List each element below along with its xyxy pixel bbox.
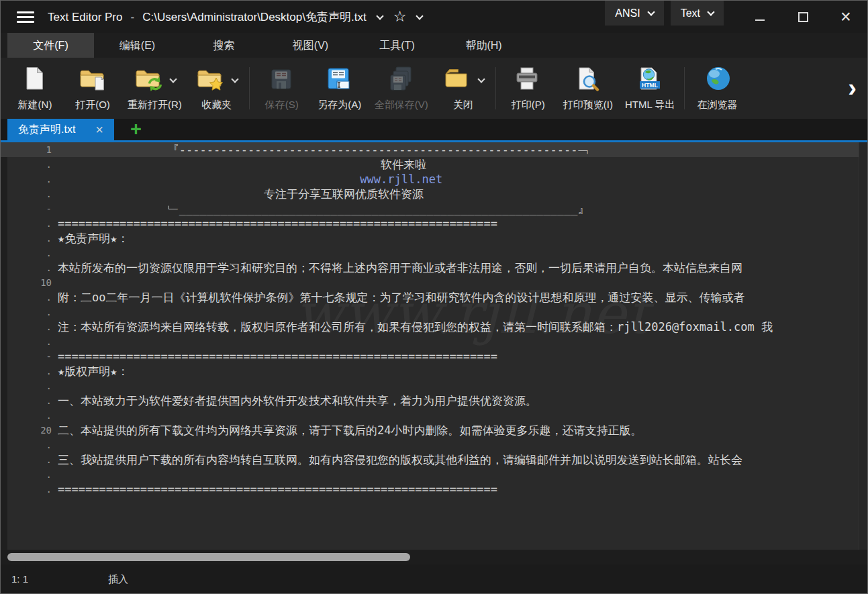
- chevron-down-icon: [647, 8, 655, 15]
- maximize-button[interactable]: [781, 1, 824, 33]
- toolbar: 新建(N)打开(O)重新打开(R)收藏夹保存(S)另存为(A)全部保存(V)关闭…: [1, 58, 867, 119]
- line-number: 1: [1, 142, 52, 157]
- editor-line[interactable]: . www.rjll.net: [1, 172, 867, 187]
- close-button[interactable]: ×: [824, 1, 867, 33]
- line-number: .: [1, 172, 52, 187]
- toolbar-button-label: 全部保存(V): [375, 99, 428, 111]
- maximize-icon: [798, 12, 808, 22]
- toolbar-separator: [495, 67, 496, 109]
- line-number: .: [1, 260, 52, 275]
- filetype-dropdown[interactable]: Text: [671, 1, 724, 26]
- horizontal-scrollbar-thumb[interactable]: [7, 553, 410, 561]
- line-number: .: [1, 364, 52, 379]
- editor-line[interactable]: .: [1, 379, 867, 393]
- menu-tab-help[interactable]: 帮助(H): [440, 33, 527, 58]
- line-number: .: [1, 408, 52, 423]
- editor-line[interactable]: 1 『-------------------------------------…: [1, 142, 867, 157]
- chevron-down-icon[interactable]: [376, 12, 383, 19]
- editor-line[interactable]: .三、我站提供用户下载的所有内容均转自互联网。如有内容侵犯您的版权或其他利益的，…: [1, 452, 867, 467]
- menu-tab-edit[interactable]: 编辑(E): [94, 33, 181, 58]
- editor-line[interactable]: .注：本站所有资源均来自网络转载，版权归原作者和公司所有，如果有侵犯到您的权益，…: [1, 319, 867, 334]
- menu-tab-tools[interactable]: 工具(T): [354, 33, 440, 58]
- toolbar-favorites-button[interactable]: 收藏夹: [188, 60, 246, 119]
- editor-line[interactable]: . 专注于分享互联网优质软件资源: [1, 187, 867, 201]
- menu-tab-file[interactable]: 文件(F): [7, 33, 94, 58]
- line-number: -: [1, 201, 52, 216]
- editor-line[interactable]: .本站所发布的一切资源仅限用于学习和研究目的；不得将上述内容用于商业或者非法用途…: [1, 260, 867, 275]
- toolbar-button-label: 重新打开(R): [128, 99, 182, 111]
- toolbar-open-in-browser-button[interactable]: 在浏览器: [688, 60, 746, 119]
- line-text: 注：本站所有资源均来自网络转载，版权归原作者和公司所有，如果有侵犯到您的权益，请…: [52, 319, 773, 334]
- editor-line[interactable]: .一、本站致力于为软件爱好者提供国内外软件开发技术和软件共享，着力为用户提供优资…: [1, 393, 867, 408]
- line-number: .: [1, 246, 52, 260]
- line-text: ========================================…: [52, 349, 497, 364]
- hamburger-menu-icon[interactable]: [17, 9, 34, 26]
- toolbar-button-label: 另存为(A): [318, 99, 361, 111]
- horizontal-scrollbar-track[interactable]: [1, 550, 867, 564]
- menu-tab-search[interactable]: 搜索: [181, 33, 267, 58]
- html-export-icon: HTML: [635, 65, 665, 95]
- line-text: ========================================…: [52, 482, 497, 497]
- line-text: ★免责声明★：: [52, 231, 128, 246]
- toolbar-print-preview-button[interactable]: 打印预览(I): [557, 60, 619, 119]
- encoding-value: ANSI: [615, 7, 640, 19]
- line-number: .: [1, 379, 52, 393]
- toolbar-html-export-button[interactable]: HTMLHTML 导出: [619, 60, 681, 119]
- editor-area[interactable]: www.rjll.net 1 『------------------------…: [1, 142, 867, 550]
- editor-line[interactable]: .: [1, 467, 867, 482]
- toolbar-close-file-button[interactable]: 关闭: [434, 60, 492, 119]
- window-title: Text Editor Pro-C:\Users\Administrator\D…: [48, 9, 367, 25]
- toolbar-save-as-button[interactable]: 另存为(A): [311, 60, 369, 119]
- save-floppy-icon: [267, 65, 297, 95]
- line-text: [52, 275, 58, 290]
- editor-line[interactable]: . 软件来啦: [1, 157, 867, 172]
- toolbar-open-button[interactable]: 打开(O): [64, 60, 122, 119]
- vertical-scrollbar-track[interactable]: [859, 142, 867, 550]
- editor-line[interactable]: .★版权声明★：: [1, 364, 867, 379]
- minimize-button[interactable]: [738, 1, 781, 33]
- line-number: .: [1, 216, 52, 231]
- line-text: 一、本站致力于为软件爱好者提供国内外软件开发技术和软件共享，着力为用户提供优资资…: [52, 393, 537, 408]
- chevron-down-icon: [707, 8, 714, 15]
- menu-tab-view[interactable]: 视图(V): [267, 33, 354, 58]
- favorite-star-icon[interactable]: ☆: [393, 9, 407, 24]
- title-separator: -: [131, 11, 135, 23]
- insert-mode-indicator: 插入: [108, 573, 128, 586]
- toolbar-reopen-button[interactable]: 重新打开(R): [122, 60, 188, 119]
- line-text: [52, 379, 58, 393]
- editor-line[interactable]: .: [1, 334, 867, 349]
- toolbar-button-label: 打印预览(I): [563, 99, 613, 111]
- tab-close-icon[interactable]: ×: [95, 123, 103, 136]
- line-number: .: [1, 438, 52, 452]
- chevron-down-icon[interactable]: [478, 75, 485, 83]
- toolbar-save-all-button: 全部保存(V): [369, 60, 434, 119]
- toolbar-save-button: 保存(S): [253, 60, 311, 119]
- line-text: ﹂_______________________________________…: [52, 201, 589, 216]
- editor-line[interactable]: 20二、本站提供的所有下载文件均为网络共享资源，请于下载后的24小时内删除。如需…: [1, 423, 867, 438]
- editor-line[interactable]: - ﹂_____________________________________…: [1, 201, 867, 216]
- chevron-down-icon[interactable]: [416, 12, 424, 19]
- chevron-down-icon[interactable]: [232, 75, 239, 83]
- editor-line[interactable]: .: [1, 246, 867, 260]
- new-tab-button[interactable]: +: [130, 119, 142, 140]
- toolbar-new-button[interactable]: 新建(N): [6, 60, 64, 119]
- editor-line[interactable]: .=======================================…: [1, 482, 867, 497]
- line-number: .: [1, 482, 52, 497]
- toolbar-print-button[interactable]: 打印(P): [499, 60, 557, 119]
- editor-line[interactable]: .: [1, 305, 867, 319]
- toolbar-overflow-chevron-right-icon[interactable]: ›: [848, 75, 857, 101]
- tab-disclaimer-file[interactable]: 免责声明.txt ×: [7, 119, 114, 140]
- encoding-dropdown[interactable]: ANSI: [605, 1, 663, 26]
- editor-line[interactable]: .★免责声明★：: [1, 231, 867, 246]
- editor-line[interactable]: .=======================================…: [1, 216, 867, 231]
- editor-line[interactable]: .: [1, 438, 867, 452]
- line-text: 二、本站提供的所有下载文件均为网络共享资源，请于下载后的24小时内删除。如需体验…: [52, 423, 642, 438]
- document-tab-bar: 免责声明.txt × +: [1, 119, 867, 142]
- toolbar-button-label: HTML 导出: [625, 99, 675, 111]
- editor-line[interactable]: -=======================================…: [1, 349, 867, 364]
- editor-line[interactable]: 10: [1, 275, 867, 290]
- chevron-down-icon[interactable]: [169, 75, 177, 83]
- window-controls: ×: [738, 1, 867, 33]
- editor-line[interactable]: .附：二oo二年一月一日《计算机软件保护条例》第十七条规定：为了学习和研究软件内…: [1, 290, 867, 305]
- editor-line[interactable]: .: [1, 408, 867, 423]
